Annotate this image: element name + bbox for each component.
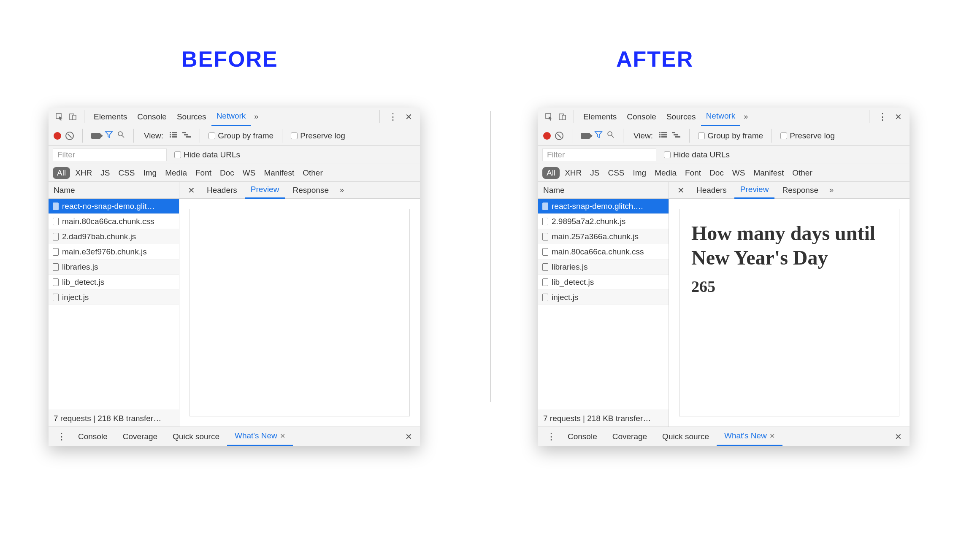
screenshot-icon[interactable] bbox=[581, 133, 590, 139]
drawer-tab-coverage[interactable]: Coverage bbox=[115, 428, 165, 446]
drawer-menu-icon[interactable]: ⋮ bbox=[53, 431, 70, 442]
tab-console[interactable]: Console bbox=[132, 108, 172, 126]
subtab-headers[interactable]: Headers bbox=[690, 182, 733, 198]
filter-js[interactable]: JS bbox=[587, 167, 603, 179]
filter-input[interactable]: Filter bbox=[53, 149, 167, 161]
waterfall-icon[interactable] bbox=[671, 131, 681, 140]
filter-xhr[interactable]: XHR bbox=[72, 167, 95, 179]
filter-all[interactable]: All bbox=[53, 167, 70, 179]
request-row[interactable]: libraries.js bbox=[49, 259, 179, 275]
drawer-tab-coverage[interactable]: Coverage bbox=[605, 428, 655, 446]
filter-toggle-icon[interactable] bbox=[594, 130, 603, 141]
close-detail-button[interactable]: ✕ bbox=[184, 185, 199, 195]
clear-button[interactable] bbox=[555, 132, 563, 140]
filter-input[interactable]: Filter bbox=[542, 149, 656, 161]
filter-media[interactable]: Media bbox=[651, 167, 680, 179]
preserve-log-checkbox[interactable]: Preserve log bbox=[780, 131, 835, 140]
subtab-preview[interactable]: Preview bbox=[734, 181, 775, 199]
filter-js[interactable]: JS bbox=[97, 167, 113, 179]
inspect-icon[interactable] bbox=[53, 113, 66, 121]
filter-all[interactable]: All bbox=[542, 167, 560, 179]
subtab-response[interactable]: Response bbox=[776, 182, 824, 198]
subtab-response[interactable]: Response bbox=[287, 182, 335, 198]
filter-other[interactable]: Other bbox=[299, 167, 326, 179]
request-row[interactable]: main.80ca66ca.chunk.css bbox=[49, 214, 179, 229]
request-row[interactable]: 2.dad97bab.chunk.js bbox=[49, 229, 179, 244]
tab-sources[interactable]: Sources bbox=[661, 108, 701, 126]
settings-menu-icon[interactable]: ⋮ bbox=[384, 111, 402, 122]
group-by-frame-checkbox[interactable]: Group by frame bbox=[698, 131, 763, 140]
waterfall-icon[interactable] bbox=[182, 131, 191, 140]
drawer-tab-console[interactable]: Console bbox=[560, 428, 605, 446]
screenshot-icon[interactable] bbox=[91, 133, 100, 139]
request-row[interactable]: lib_detect.js bbox=[538, 275, 669, 290]
subtab-preview[interactable]: Preview bbox=[245, 181, 285, 199]
drawer-tab-console[interactable]: Console bbox=[70, 428, 115, 446]
request-row[interactable]: main.80ca66ca.chunk.css bbox=[538, 244, 669, 259]
tab-network[interactable]: Network bbox=[701, 107, 741, 126]
large-rows-icon[interactable] bbox=[659, 131, 667, 140]
filter-doc[interactable]: Doc bbox=[217, 167, 238, 179]
filter-css[interactable]: CSS bbox=[115, 167, 138, 179]
filter-ws[interactable]: WS bbox=[239, 167, 259, 179]
subtab-headers[interactable]: Headers bbox=[201, 182, 243, 198]
request-row[interactable]: main.e3ef976b.chunk.js bbox=[49, 244, 179, 259]
filter-toggle-icon[interactable] bbox=[105, 130, 113, 141]
device-toggle-icon[interactable] bbox=[556, 113, 569, 121]
more-subtabs-icon[interactable]: » bbox=[826, 186, 837, 194]
name-column-header[interactable]: Name bbox=[49, 182, 179, 199]
settings-menu-icon[interactable]: ⋮ bbox=[874, 111, 891, 122]
drawer-tab-whats-new[interactable]: What's New ✕ bbox=[717, 427, 782, 446]
filter-css[interactable]: CSS bbox=[604, 167, 628, 179]
close-devtools-button[interactable]: ✕ bbox=[891, 112, 905, 122]
drawer-tab-quick-source[interactable]: Quick source bbox=[165, 428, 227, 446]
tab-network[interactable]: Network bbox=[211, 107, 251, 126]
group-by-frame-checkbox[interactable]: Group by frame bbox=[208, 131, 273, 140]
close-drawer-button[interactable]: ✕ bbox=[891, 432, 905, 442]
request-row[interactable]: main.257a366a.chunk.js bbox=[538, 229, 669, 244]
more-subtabs-icon[interactable]: » bbox=[336, 186, 347, 194]
drawer-menu-icon[interactable]: ⋮ bbox=[542, 431, 560, 442]
search-icon[interactable] bbox=[607, 131, 615, 140]
name-column-header[interactable]: Name bbox=[538, 182, 669, 199]
tab-elements[interactable]: Elements bbox=[89, 108, 132, 126]
filter-media[interactable]: Media bbox=[162, 167, 190, 179]
filter-ws[interactable]: WS bbox=[729, 167, 749, 179]
close-tab-icon[interactable]: ✕ bbox=[769, 432, 775, 440]
more-tabs-icon[interactable]: » bbox=[251, 112, 262, 121]
record-button[interactable] bbox=[54, 132, 61, 140]
filter-other[interactable]: Other bbox=[789, 167, 816, 179]
filter-font[interactable]: Font bbox=[192, 167, 215, 179]
drawer-tab-whats-new[interactable]: What's New ✕ bbox=[227, 427, 293, 446]
search-icon[interactable] bbox=[117, 131, 125, 140]
drawer-tab-quick-source[interactable]: Quick source bbox=[655, 428, 717, 446]
filter-font[interactable]: Font bbox=[682, 167, 704, 179]
request-row[interactable]: react-snap-demo.glitch.… bbox=[538, 199, 669, 214]
request-row[interactable]: lib_detect.js bbox=[49, 275, 179, 290]
filter-xhr[interactable]: XHR bbox=[561, 167, 585, 179]
filter-img[interactable]: Img bbox=[630, 167, 650, 179]
request-row[interactable]: 2.9895a7a2.chunk.js bbox=[538, 214, 669, 229]
close-tab-icon[interactable]: ✕ bbox=[280, 432, 285, 440]
filter-manifest[interactable]: Manifest bbox=[260, 167, 298, 179]
record-button[interactable] bbox=[543, 132, 551, 140]
tab-sources[interactable]: Sources bbox=[172, 108, 211, 126]
tab-elements[interactable]: Elements bbox=[578, 108, 622, 126]
close-detail-button[interactable]: ✕ bbox=[673, 185, 689, 195]
filter-img[interactable]: Img bbox=[140, 167, 160, 179]
hide-data-urls-checkbox[interactable]: Hide data URLs bbox=[174, 150, 240, 159]
close-drawer-button[interactable]: ✕ bbox=[402, 432, 416, 442]
request-row[interactable]: react-no-snap-demo.glit… bbox=[49, 199, 179, 214]
request-row[interactable]: inject.js bbox=[49, 290, 179, 305]
request-row[interactable]: libraries.js bbox=[538, 259, 669, 275]
hide-data-urls-checkbox[interactable]: Hide data URLs bbox=[664, 150, 730, 159]
inspect-icon[interactable] bbox=[542, 113, 556, 121]
large-rows-icon[interactable] bbox=[169, 131, 178, 140]
tab-console[interactable]: Console bbox=[622, 108, 661, 126]
request-row[interactable]: inject.js bbox=[538, 290, 669, 305]
clear-button[interactable] bbox=[65, 132, 74, 140]
more-tabs-icon[interactable]: » bbox=[740, 112, 751, 121]
filter-manifest[interactable]: Manifest bbox=[750, 167, 787, 179]
close-devtools-button[interactable]: ✕ bbox=[402, 112, 416, 122]
preserve-log-checkbox[interactable]: Preserve log bbox=[291, 131, 345, 140]
